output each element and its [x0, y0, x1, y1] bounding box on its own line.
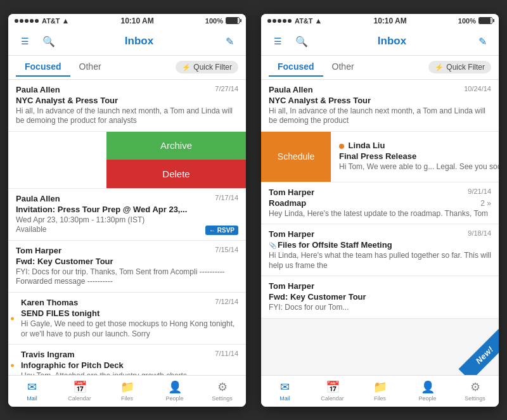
email-item[interactable]: Tom Harper 9/18/14 📎 Files for Offsite S…	[261, 224, 499, 276]
schedule-label: Schedule	[278, 151, 314, 162]
people-icon: 👤	[168, 380, 182, 394]
email-item[interactable]: Karen Thomas 7/12/14 SEND FILES tonight …	[8, 293, 246, 345]
nav-settings-label: Settings	[465, 395, 485, 402]
nav-people-left[interactable]: 👤 People	[151, 376, 198, 407]
compose-button-left[interactable]: ✎	[221, 32, 238, 50]
email-date: 7/15/14	[215, 246, 238, 253]
email-sender: Tom Harper	[269, 281, 314, 291]
search-button-left[interactable]: 🔍	[40, 32, 58, 50]
battery-percent-left: 100%	[205, 17, 223, 25]
email-item[interactable]: Paula Allen 10/24/14 NYC Analyst & Press…	[261, 80, 499, 132]
nav-files-left[interactable]: 📁 Files	[103, 376, 151, 407]
nav-files-right[interactable]: 📁 Files	[356, 376, 404, 407]
email-list-left: Paula Allen 7/27/14 NYC Analyst & Press …	[8, 80, 246, 375]
email-item[interactable]: Tom Harper Fwd: Key Customer Tour FYI: D…	[261, 276, 499, 319]
delete-action[interactable]: Delete	[106, 160, 246, 188]
flag-dot	[11, 317, 14, 320]
calendar-icon: 📅	[326, 380, 340, 394]
tab-other-left[interactable]: Other	[70, 58, 110, 77]
nav-calendar-label: Calendar	[321, 395, 344, 402]
schedule-action[interactable]: Schedule	[261, 132, 331, 182]
email-date: 7/12/14	[215, 298, 238, 305]
nav-files-label: Files	[374, 395, 386, 402]
email-item-swiped[interactable]: 7/22/14 he attached projections.he way S…	[8, 132, 246, 189]
email-date: 9/18/14	[468, 229, 491, 237]
quick-filter-left[interactable]: ⚡ Quick Filter	[176, 61, 238, 73]
carrier-right: AT&T	[295, 17, 313, 25]
email-sender: Paula Allen	[269, 85, 313, 94]
toolbar-title-right: Inbox	[311, 35, 473, 48]
email-date: 10/24/14	[464, 85, 491, 92]
calendar-icon: 📅	[73, 380, 87, 394]
settings-icon: ⚙	[217, 380, 228, 394]
email-preview: Hi Gayle, We need to get those mockups t…	[21, 319, 238, 339]
files-icon: 📁	[373, 380, 387, 394]
email-preview: Hi Linda, Here's what the team has pulle…	[269, 251, 491, 270]
email-item[interactable]: Tom Harper 9/21/14 Roadmap 2 » Hey Linda…	[261, 182, 499, 225]
nav-settings-right[interactable]: ⚙ Settings	[451, 376, 499, 407]
email-date: 7/27/14	[215, 85, 238, 92]
archive-action[interactable]: Archive	[106, 132, 246, 160]
status-bar-right: AT&T ▲ 10:10 AM 100%	[261, 14, 499, 28]
signal-dot	[267, 19, 271, 23]
email-subject: NYC Analyst & Press Tour	[269, 96, 491, 105]
nav-mail-label: Mail	[27, 395, 37, 402]
settings-icon: ⚙	[470, 380, 480, 394]
email-preview: FYI: Docs for our trip. Thanks, Tom Sent…	[16, 267, 238, 287]
filter-icon-left: ⚡	[182, 63, 191, 72]
flag-dot	[11, 364, 14, 367]
email-sender: Linda Liu	[339, 141, 385, 150]
mail-icon: ✉	[280, 380, 290, 394]
email-item[interactable]: Paula Allen 7/17/14 Invitation: Press To…	[8, 189, 246, 241]
email-item[interactable]: Tom Harper 7/15/14 Fwd: Key Customer Tou…	[8, 241, 246, 293]
nav-calendar-left[interactable]: 📅 Calendar	[56, 376, 103, 407]
email-preview: Hi all, In advance of the launch next mo…	[269, 106, 491, 126]
email-preview: Hey Tom, Attached are the industry growt…	[21, 371, 238, 374]
signal-dot	[288, 19, 292, 23]
wifi-icon-right: ▲	[315, 16, 323, 25]
email-item[interactable]: Travis Ingram 7/11/14 Infographic for Pi…	[8, 345, 246, 374]
carrier-left: AT&T	[42, 17, 60, 25]
quick-filter-right[interactable]: ⚡ Quick Filter	[428, 61, 491, 73]
email-sender: Tom Harper	[269, 188, 314, 197]
email-item[interactable]: Paula Allen 7/27/14 NYC Analyst & Press …	[8, 80, 246, 132]
nav-calendar-label: Calendar	[68, 395, 91, 402]
nav-people-right[interactable]: 👤 People	[404, 376, 451, 407]
compose-button-right[interactable]: ✎	[473, 32, 491, 50]
mail-icon: ✉	[27, 380, 37, 394]
attachment-icon: 📎	[269, 242, 276, 249]
email-preview: Wed Apr 23, 10:30pm - 11:30pm (IST)Avail…	[16, 215, 144, 235]
signal-dot	[25, 19, 29, 23]
email-sender: Paula Allen	[16, 194, 60, 203]
nav-mail-right[interactable]: ✉ Mail	[261, 376, 309, 407]
nav-mail-left[interactable]: ✉ Mail	[8, 376, 56, 407]
email-sender: Tom Harper	[16, 246, 61, 255]
status-bar-left: AT&T ▲ 10:10 AM 100%	[8, 14, 246, 28]
menu-button-right[interactable]: ☰	[269, 32, 286, 50]
menu-button-left[interactable]: ☰	[16, 32, 34, 50]
email-subject: Invitation: Press Tour Prep @ Wed Apr 23…	[16, 205, 187, 214]
nav-settings-left[interactable]: ⚙ Settings	[198, 376, 246, 407]
tab-focused-right[interactable]: Focused	[269, 58, 323, 77]
signal-dot	[30, 19, 34, 23]
right-phone: AT&T ▲ 10:10 AM 100% ☰ 🔍 Inbox ✎	[261, 14, 499, 407]
email-sender: Travis Ingram	[21, 350, 75, 359]
search-button-right[interactable]: 🔍	[293, 32, 311, 50]
tab-other-right[interactable]: Other	[323, 58, 363, 77]
filter-icon-right: ⚡	[435, 63, 444, 72]
email-subject: Roadmap	[269, 198, 306, 208]
email-subject: Final Press Release	[339, 151, 499, 161]
email-item-swiped-right[interactable]: Richard Baker 10/22/14 Industry Growth H…	[261, 132, 499, 182]
tab-focused-left[interactable]: Focused	[16, 58, 70, 77]
quick-filter-label-left: Quick Filter	[193, 63, 232, 72]
quick-filter-label-right: Quick Filter	[446, 63, 485, 72]
email-preview: Hi Tom, We were able to g... Legal. See …	[339, 162, 499, 172]
rsvp-badge: ← RSVP	[205, 226, 238, 235]
email-sender: Karen Thomas	[21, 298, 78, 307]
toolbar-title-left: Inbox	[58, 35, 221, 48]
email-subject: NYC Analyst & Press Tour	[16, 96, 238, 105]
tabs-left: Focused Other ⚡ Quick Filter	[8, 56, 246, 80]
nav-calendar-right[interactable]: 📅 Calendar	[309, 376, 356, 407]
linda-liu-email[interactable]: Linda Liu Final Press Release Hi Tom, We…	[331, 132, 499, 182]
email-date: 9/21/14	[468, 188, 491, 195]
